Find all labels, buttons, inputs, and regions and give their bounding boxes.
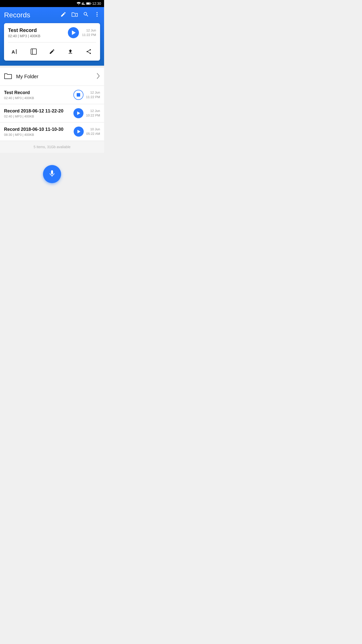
record-item-info: Record 2018-06-10 11-10-30 08:30 | MP3 |… xyxy=(4,127,74,137)
play-button[interactable] xyxy=(74,127,84,137)
featured-card-bottom: A xyxy=(4,43,100,61)
wifi-icon xyxy=(77,2,81,5)
svg-line-16 xyxy=(88,52,90,53)
featured-card-info: Test Record 02:40 | MP3 | 400KB xyxy=(8,27,68,38)
record-item-title: Test Record xyxy=(4,90,73,95)
new-folder-icon[interactable] xyxy=(71,11,78,19)
app-header: Records xyxy=(0,7,104,66)
record-item-right: 12 Jun 11:22 PM xyxy=(73,90,100,100)
mic-icon xyxy=(48,170,56,179)
featured-play-button[interactable] xyxy=(68,27,79,38)
svg-text:A: A xyxy=(12,49,15,55)
record-item-info: Record 2018-06-12 11-22-20 02:40 | MP3 |… xyxy=(4,108,73,118)
record-item-date: 12 Jun 11:22 PM xyxy=(86,90,100,99)
status-time: 12:30 xyxy=(92,2,101,6)
search-icon[interactable] xyxy=(83,11,89,19)
fab-container xyxy=(0,153,104,191)
share-button[interactable] xyxy=(83,46,94,57)
record-item-title: Record 2018-06-10 11-10-30 xyxy=(4,127,74,132)
transcribe-button[interactable]: A xyxy=(10,46,21,57)
header-actions xyxy=(60,11,100,19)
signal-icon xyxy=(82,2,85,5)
play-button[interactable] xyxy=(73,108,83,118)
svg-rect-1 xyxy=(86,3,90,4)
featured-card: Test Record 02:40 | MP3 | 400KB 12 Jun 1… xyxy=(4,23,100,61)
trim-button[interactable] xyxy=(28,46,39,57)
more-options-icon[interactable] xyxy=(94,11,100,19)
featured-card-title: Test Record xyxy=(8,27,68,33)
svg-rect-10 xyxy=(31,49,36,54)
edit-icon[interactable] xyxy=(60,11,66,19)
record-item-date: 10 Jun 05:22 AM xyxy=(86,127,100,136)
svg-point-13 xyxy=(87,51,88,52)
record-item-info: Test Record 02:40 | MP3 | 400KB xyxy=(4,90,73,100)
export-button[interactable] xyxy=(65,46,76,57)
record-item-meta: 02:40 | MP3 | 400KB xyxy=(4,114,73,118)
record-item-right: 10 Jun 05:22 AM xyxy=(74,127,100,137)
footer-summary: 5 Items, 31Gb avaliable xyxy=(0,141,104,153)
record-fab-button[interactable] xyxy=(43,165,61,183)
edit-record-button[interactable] xyxy=(47,46,58,57)
status-bar: 12:30 xyxy=(0,0,104,7)
svg-point-6 xyxy=(97,14,98,15)
svg-point-5 xyxy=(97,12,98,13)
page-title: Records xyxy=(4,11,30,19)
record-item: Test Record 02:40 | MP3 | 400KB 12 Jun 1… xyxy=(0,86,104,104)
svg-point-7 xyxy=(97,16,98,17)
record-item: Record 2018-06-12 11-22-20 02:40 | MP3 |… xyxy=(0,104,104,123)
folder-row[interactable]: My Folder xyxy=(0,68,104,86)
featured-card-meta: 02:40 | MP3 | 400KB xyxy=(8,34,68,38)
svg-rect-2 xyxy=(90,3,91,4)
folder-icon xyxy=(4,72,12,81)
featured-card-date: 12 Jun 11:22 PM xyxy=(82,28,96,37)
svg-line-15 xyxy=(88,50,90,51)
battery-icon xyxy=(86,2,91,5)
content-area: My Folder Test Record 02:40 | MP3 | 400K… xyxy=(0,68,104,153)
record-item-meta: 02:40 | MP3 | 400KB xyxy=(4,96,73,100)
stop-button[interactable] xyxy=(73,90,83,100)
record-item-right: 12 Jun 10:22 PM xyxy=(73,108,100,118)
chevron-right-icon xyxy=(96,73,100,80)
record-item-title: Record 2018-06-12 11-22-20 xyxy=(4,108,73,114)
record-item-meta: 08:30 | MP3 | 400KB xyxy=(4,133,74,137)
record-item: Record 2018-06-10 11-10-30 08:30 | MP3 |… xyxy=(0,123,104,141)
folder-name: My Folder xyxy=(16,74,96,79)
svg-point-12 xyxy=(90,49,91,51)
svg-point-14 xyxy=(90,53,91,54)
featured-card-right: 12 Jun 11:22 PM xyxy=(68,27,96,38)
record-item-date: 12 Jun 10:22 PM xyxy=(86,109,100,118)
